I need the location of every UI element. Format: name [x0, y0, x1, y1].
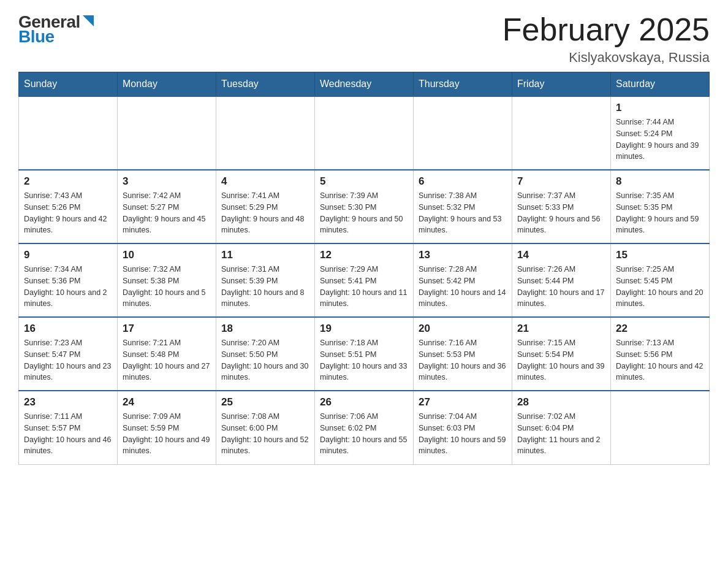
- day-number: 24: [123, 396, 211, 408]
- day-number: 6: [419, 175, 507, 188]
- week-row-4: 16Sunrise: 7:23 AMSunset: 5:47 PMDayligh…: [19, 317, 710, 391]
- day-number: 27: [419, 396, 507, 408]
- week-row-2: 2Sunrise: 7:43 AMSunset: 5:26 PMDaylight…: [19, 170, 710, 243]
- calendar-cell: 16Sunrise: 7:23 AMSunset: 5:47 PMDayligh…: [19, 317, 118, 391]
- day-info: Sunrise: 7:16 AMSunset: 5:53 PMDaylight:…: [419, 337, 507, 383]
- day-number: 15: [616, 249, 704, 261]
- day-info: Sunrise: 7:43 AMSunset: 5:26 PMDaylight:…: [24, 190, 112, 236]
- day-number: 22: [616, 323, 704, 335]
- calendar-cell: 2Sunrise: 7:43 AMSunset: 5:26 PMDaylight…: [19, 170, 118, 243]
- calendar-cell: 22Sunrise: 7:13 AMSunset: 5:56 PMDayligh…: [611, 317, 710, 391]
- weekday-header-monday: Monday: [118, 72, 216, 97]
- day-number: 18: [221, 323, 309, 335]
- day-info: Sunrise: 7:11 AMSunset: 5:57 PMDaylight:…: [24, 411, 112, 457]
- calendar-cell: [611, 391, 710, 464]
- calendar-cell: 21Sunrise: 7:15 AMSunset: 5:54 PMDayligh…: [512, 317, 611, 391]
- day-number: 7: [517, 175, 605, 188]
- calendar-cell: 18Sunrise: 7:20 AMSunset: 5:50 PMDayligh…: [216, 317, 315, 391]
- weekday-header-tuesday: Tuesday: [216, 72, 315, 97]
- calendar-cell: 4Sunrise: 7:41 AMSunset: 5:29 PMDaylight…: [216, 170, 315, 243]
- weekday-header-row: SundayMondayTuesdayWednesdayThursdayFrid…: [19, 72, 710, 97]
- day-info: Sunrise: 7:13 AMSunset: 5:56 PMDaylight:…: [616, 337, 704, 383]
- day-number: 4: [221, 175, 309, 188]
- calendar-cell: [118, 96, 216, 170]
- calendar-cell: 7Sunrise: 7:37 AMSunset: 5:33 PMDaylight…: [512, 170, 611, 243]
- calendar-cell: 28Sunrise: 7:02 AMSunset: 6:04 PMDayligh…: [512, 391, 611, 464]
- day-number: 16: [24, 323, 112, 335]
- logo: General Blue: [18, 12, 95, 47]
- calendar-cell: 12Sunrise: 7:29 AMSunset: 5:41 PMDayligh…: [315, 243, 414, 317]
- day-info: Sunrise: 7:04 AMSunset: 6:03 PMDaylight:…: [419, 411, 507, 457]
- day-info: Sunrise: 7:15 AMSunset: 5:54 PMDaylight:…: [517, 337, 605, 383]
- page-header: General Blue February 2025 Kislyakovskay…: [18, 12, 710, 66]
- day-number: 19: [320, 323, 408, 335]
- day-info: Sunrise: 7:20 AMSunset: 5:50 PMDaylight:…: [221, 337, 309, 383]
- calendar-cell: 19Sunrise: 7:18 AMSunset: 5:51 PMDayligh…: [315, 317, 414, 391]
- day-number: 26: [320, 396, 408, 408]
- calendar-cell: 10Sunrise: 7:32 AMSunset: 5:38 PMDayligh…: [118, 243, 216, 317]
- calendar-cell: 5Sunrise: 7:39 AMSunset: 5:30 PMDaylight…: [315, 170, 414, 243]
- calendar-cell: 24Sunrise: 7:09 AMSunset: 5:59 PMDayligh…: [118, 391, 216, 464]
- month-title: February 2025: [502, 12, 710, 47]
- day-number: 12: [320, 249, 408, 261]
- calendar-cell: [19, 96, 118, 170]
- day-number: 8: [616, 175, 704, 188]
- day-number: 28: [517, 396, 605, 408]
- day-info: Sunrise: 7:41 AMSunset: 5:29 PMDaylight:…: [221, 190, 309, 236]
- day-number: 1: [616, 102, 704, 114]
- calendar-body: 1Sunrise: 7:44 AMSunset: 5:24 PMDaylight…: [19, 96, 710, 464]
- day-info: Sunrise: 7:26 AMSunset: 5:44 PMDaylight:…: [517, 264, 605, 310]
- day-number: 13: [419, 249, 507, 261]
- calendar-cell: [315, 96, 414, 170]
- day-info: Sunrise: 7:28 AMSunset: 5:42 PMDaylight:…: [419, 264, 507, 310]
- day-info: Sunrise: 7:44 AMSunset: 5:24 PMDaylight:…: [616, 117, 704, 163]
- weekday-header-thursday: Thursday: [414, 72, 512, 97]
- day-info: Sunrise: 7:35 AMSunset: 5:35 PMDaylight:…: [616, 190, 704, 236]
- svg-marker-0: [83, 15, 94, 26]
- day-info: Sunrise: 7:34 AMSunset: 5:36 PMDaylight:…: [24, 264, 112, 310]
- day-info: Sunrise: 7:25 AMSunset: 5:45 PMDaylight:…: [616, 264, 704, 310]
- week-row-5: 23Sunrise: 7:11 AMSunset: 5:57 PMDayligh…: [19, 391, 710, 464]
- logo-blue-text: Blue: [18, 27, 55, 47]
- calendar-cell: 27Sunrise: 7:04 AMSunset: 6:03 PMDayligh…: [414, 391, 512, 464]
- day-info: Sunrise: 7:02 AMSunset: 6:04 PMDaylight:…: [517, 411, 605, 457]
- day-info: Sunrise: 7:09 AMSunset: 5:59 PMDaylight:…: [123, 411, 211, 457]
- day-number: 23: [24, 396, 112, 408]
- logo-arrow-icon: [82, 14, 95, 28]
- day-info: Sunrise: 7:32 AMSunset: 5:38 PMDaylight:…: [123, 264, 211, 310]
- day-info: Sunrise: 7:37 AMSunset: 5:33 PMDaylight:…: [517, 190, 605, 236]
- day-number: 2: [24, 175, 112, 188]
- day-info: Sunrise: 7:39 AMSunset: 5:30 PMDaylight:…: [320, 190, 408, 236]
- calendar-cell: 13Sunrise: 7:28 AMSunset: 5:42 PMDayligh…: [414, 243, 512, 317]
- calendar-cell: 1Sunrise: 7:44 AMSunset: 5:24 PMDaylight…: [611, 96, 710, 170]
- day-number: 9: [24, 249, 112, 261]
- day-info: Sunrise: 7:08 AMSunset: 6:00 PMDaylight:…: [221, 411, 309, 457]
- calendar-cell: [414, 96, 512, 170]
- week-row-3: 9Sunrise: 7:34 AMSunset: 5:36 PMDaylight…: [19, 243, 710, 317]
- calendar-table: SundayMondayTuesdayWednesdayThursdayFrid…: [18, 72, 710, 465]
- calendar-cell: 14Sunrise: 7:26 AMSunset: 5:44 PMDayligh…: [512, 243, 611, 317]
- day-info: Sunrise: 7:21 AMSunset: 5:48 PMDaylight:…: [123, 337, 211, 383]
- calendar-cell: 23Sunrise: 7:11 AMSunset: 5:57 PMDayligh…: [19, 391, 118, 464]
- day-number: 17: [123, 323, 211, 335]
- week-row-1: 1Sunrise: 7:44 AMSunset: 5:24 PMDaylight…: [19, 96, 710, 170]
- day-number: 3: [123, 175, 211, 188]
- day-info: Sunrise: 7:23 AMSunset: 5:47 PMDaylight:…: [24, 337, 112, 383]
- title-area: February 2025 Kislyakovskaya, Russia: [502, 12, 710, 66]
- day-number: 14: [517, 249, 605, 261]
- weekday-header-sunday: Sunday: [19, 72, 118, 97]
- location-text: Kislyakovskaya, Russia: [502, 50, 710, 66]
- weekday-header-wednesday: Wednesday: [315, 72, 414, 97]
- day-number: 21: [517, 323, 605, 335]
- day-info: Sunrise: 7:38 AMSunset: 5:32 PMDaylight:…: [419, 190, 507, 236]
- calendar-cell: 8Sunrise: 7:35 AMSunset: 5:35 PMDaylight…: [611, 170, 710, 243]
- day-info: Sunrise: 7:31 AMSunset: 5:39 PMDaylight:…: [221, 264, 309, 310]
- calendar-cell: 3Sunrise: 7:42 AMSunset: 5:27 PMDaylight…: [118, 170, 216, 243]
- calendar-cell: 20Sunrise: 7:16 AMSunset: 5:53 PMDayligh…: [414, 317, 512, 391]
- weekday-header-friday: Friday: [512, 72, 611, 97]
- calendar-cell: 6Sunrise: 7:38 AMSunset: 5:32 PMDaylight…: [414, 170, 512, 243]
- calendar-cell: 11Sunrise: 7:31 AMSunset: 5:39 PMDayligh…: [216, 243, 315, 317]
- day-number: 20: [419, 323, 507, 335]
- day-info: Sunrise: 7:06 AMSunset: 6:02 PMDaylight:…: [320, 411, 408, 457]
- weekday-header-saturday: Saturday: [611, 72, 710, 97]
